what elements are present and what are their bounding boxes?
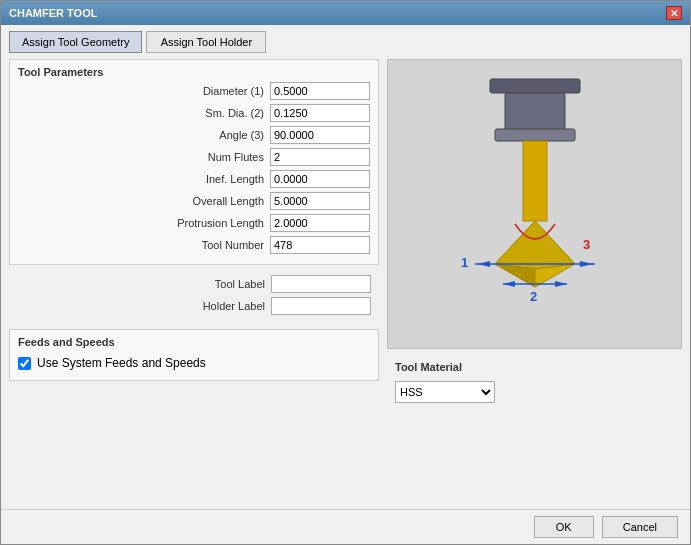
svg-rect-3 — [523, 141, 547, 221]
toolnumber-input[interactable] — [270, 236, 370, 254]
diameter-label: Diameter (1) — [154, 85, 264, 97]
right-panel: 1 3 2 Tool Material — [387, 59, 682, 501]
left-panel: Tool Parameters Diameter (1) Sm. Dia. (2… — [9, 59, 379, 501]
toolbar: Assign Tool Geometry Assign Tool Holder — [1, 25, 690, 59]
svg-marker-15 — [503, 281, 515, 287]
use-system-feeds-row: Use System Feeds and Speeds — [18, 352, 370, 374]
tool-label-row: Tool Label — [17, 275, 371, 293]
tool-material-label: Tool Material — [395, 361, 674, 373]
tool-material-section: Tool Material HSS Carbide Cobalt Ceramic — [387, 357, 682, 407]
material-select-row: HSS Carbide Cobalt Ceramic — [395, 381, 674, 403]
main-window: CHAMFER TOOL ✕ Assign Tool Geometry Assi… — [0, 0, 691, 545]
param-row-overall: Overall Length — [18, 192, 370, 210]
svg-marker-9 — [477, 261, 490, 267]
param-row-diameter: Diameter (1) — [18, 82, 370, 100]
svg-rect-1 — [505, 93, 565, 133]
svg-text:2: 2 — [530, 289, 537, 304]
bottom-bar: OK Cancel — [1, 509, 690, 544]
param-row-smdia: Sm. Dia. (2) — [18, 104, 370, 122]
tool-label-label: Tool Label — [155, 278, 265, 290]
tool-image-area: 1 3 2 — [387, 59, 682, 349]
svg-text:3: 3 — [583, 237, 590, 252]
overall-label: Overall Length — [154, 195, 264, 207]
holder-label-row: Holder Label — [17, 297, 371, 315]
overall-input[interactable] — [270, 192, 370, 210]
label-section: Tool Label Holder Label — [9, 271, 379, 319]
use-system-feeds-label: Use System Feeds and Speeds — [37, 356, 206, 370]
ok-button[interactable]: OK — [534, 516, 594, 538]
holder-label-label: Holder Label — [155, 300, 265, 312]
tool-material-select[interactable]: HSS Carbide Cobalt Ceramic — [395, 381, 495, 403]
svg-rect-0 — [490, 79, 580, 93]
protrusion-input[interactable] — [270, 214, 370, 232]
numflutes-label: Num Flutes — [154, 151, 264, 163]
tool-parameters-section: Tool Parameters Diameter (1) Sm. Dia. (2… — [9, 59, 379, 265]
param-row-protrusion: Protrusion Length — [18, 214, 370, 232]
svg-text:1: 1 — [461, 255, 468, 270]
window-title: CHAMFER TOOL — [9, 7, 97, 19]
feeds-section-label: Feeds and Speeds — [18, 336, 370, 348]
smdia-label: Sm. Dia. (2) — [154, 107, 264, 119]
angle-label: Angle (3) — [154, 129, 264, 141]
svg-marker-16 — [555, 281, 567, 287]
tool-label-input[interactable] — [271, 275, 371, 293]
toolnumber-label: Tool Number — [154, 239, 264, 251]
feeds-section: Feeds and Speeds Use System Feeds and Sp… — [9, 329, 379, 381]
smdia-input[interactable] — [270, 104, 370, 122]
holder-label-input[interactable] — [271, 297, 371, 315]
content-area: Tool Parameters Diameter (1) Sm. Dia. (2… — [1, 59, 690, 509]
param-row-angle: Angle (3) — [18, 126, 370, 144]
title-bar: CHAMFER TOOL ✕ — [1, 1, 690, 25]
cancel-button[interactable]: Cancel — [602, 516, 678, 538]
use-system-feeds-checkbox[interactable] — [18, 357, 31, 370]
protrusion-label: Protrusion Length — [154, 217, 264, 229]
svg-marker-10 — [580, 261, 593, 267]
param-row-numflutes: Num Flutes — [18, 148, 370, 166]
tool-illustration: 1 3 2 — [435, 69, 635, 339]
svg-rect-2 — [495, 129, 575, 141]
diameter-input[interactable] — [270, 82, 370, 100]
param-row-inef: Inef. Length — [18, 170, 370, 188]
numflutes-input[interactable] — [270, 148, 370, 166]
assign-holder-button[interactable]: Assign Tool Holder — [146, 31, 266, 53]
param-row-toolnumber: Tool Number — [18, 236, 370, 254]
inef-input[interactable] — [270, 170, 370, 188]
inef-label: Inef. Length — [154, 173, 264, 185]
angle-input[interactable] — [270, 126, 370, 144]
assign-geometry-button[interactable]: Assign Tool Geometry — [9, 31, 142, 53]
svg-marker-5 — [495, 221, 575, 269]
params-section-label: Tool Parameters — [18, 66, 370, 78]
close-button[interactable]: ✕ — [666, 6, 682, 20]
